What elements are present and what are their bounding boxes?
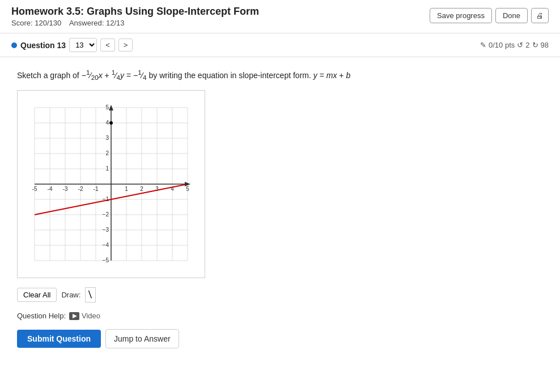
refresh-icon: ↻	[532, 41, 538, 49]
draw-label: Draw:	[61, 291, 80, 299]
top-bar: Homework 3.5: Graphs Using Slope-Interce…	[0, 0, 560, 33]
graph-container	[17, 90, 205, 278]
submit-question-button[interactable]: Submit Question	[17, 330, 101, 348]
prompt-text: Sketch a graph of	[17, 71, 79, 80]
draw-tool-button[interactable]: /	[85, 287, 96, 302]
retry-icon: ↺	[517, 41, 523, 49]
edit-icon: ✎	[480, 41, 486, 49]
page-title: Homework 3.5: Graphs Using Slope-Interce…	[11, 6, 259, 18]
answered-label: Answered:	[69, 19, 104, 27]
save-progress-button[interactable]: Save progress	[430, 8, 492, 23]
question-help: Question Help: Video	[17, 312, 543, 320]
by-writing-text: by writing the equation in slope-interce…	[149, 71, 311, 80]
jump-to-answer-button[interactable]: Jump to Answer	[105, 329, 179, 348]
points-value: 0/10 pts	[489, 41, 515, 49]
equation-display: −1⁄20x + 1⁄4y = −1⁄4	[82, 69, 147, 81]
slope-intercept-form: y = mx + b	[313, 71, 350, 80]
graph-controls: Clear All Draw: /	[17, 287, 543, 302]
graph-canvas[interactable]	[17, 90, 205, 278]
top-bar-right: Save progress Done 🖨	[430, 8, 549, 23]
score-label: Score:	[11, 19, 33, 27]
score-line: Score: 120/130 Answered: 12/13	[11, 19, 259, 27]
top-bar-left: Homework 3.5: Graphs Using Slope-Interce…	[11, 6, 259, 27]
submit-row: Submit Question Jump to Answer	[17, 329, 543, 348]
clear-all-button[interactable]: Clear All	[17, 288, 57, 302]
question-nav-left: Question 13 13 < >	[11, 38, 133, 52]
question-dot	[11, 42, 17, 48]
question-help-label: Question Help:	[17, 312, 66, 320]
prev-question-button[interactable]: <	[100, 39, 115, 52]
score-value: 120/130	[35, 19, 61, 27]
question-dropdown[interactable]: 13	[69, 38, 97, 52]
printer-icon: 🖨	[536, 11, 544, 20]
retry-count: 2	[525, 41, 529, 49]
draw-line-icon: /	[86, 290, 96, 300]
next-question-button[interactable]: >	[118, 39, 133, 52]
video-label: Video	[82, 312, 100, 320]
video-icon	[69, 312, 79, 320]
done-button[interactable]: Done	[495, 8, 528, 23]
video-link[interactable]: Video	[69, 312, 100, 320]
print-button[interactable]: 🖨	[531, 8, 549, 23]
attempts-count: 98	[541, 41, 549, 49]
question-nav: Question 13 13 < > ✎ 0/10 pts ↺ 2 ↻ 98	[0, 33, 560, 57]
answered-value: 12/13	[106, 19, 125, 27]
svg-marker-0	[73, 314, 77, 318]
problem-statement: Sketch a graph of −1⁄20x + 1⁄4y = −1⁄4 b…	[17, 69, 543, 81]
points-badge: ✎ 0/10 pts ↺ 2 ↻ 98	[480, 41, 549, 49]
main-content: Sketch a graph of −1⁄20x + 1⁄4y = −1⁄4 b…	[0, 57, 560, 392]
question-label: Question 13	[20, 41, 66, 50]
